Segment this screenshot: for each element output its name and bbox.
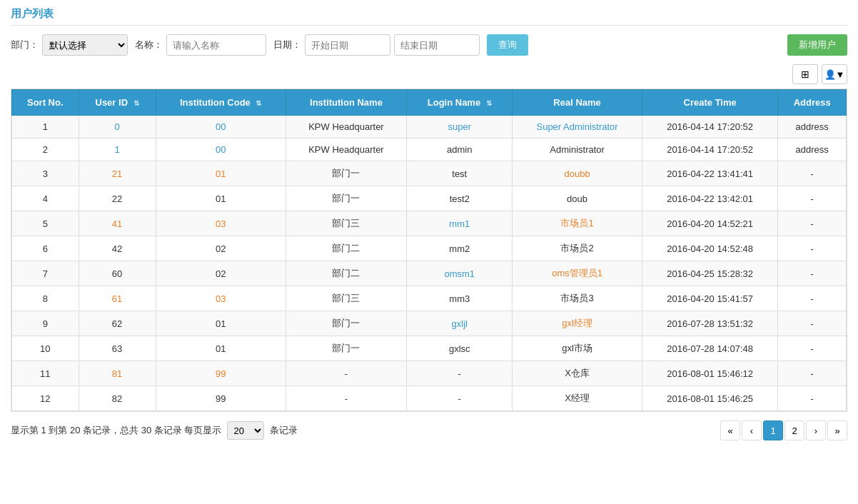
cell-login-name: test [407,161,513,186]
table-row: 6 42 02 部门二 mm2 市场员2 2016-04-20 14:52:48… [12,236,847,261]
col-address: Address [778,90,847,116]
start-date-input[interactable] [305,34,390,56]
cell-address: address [778,138,847,161]
cell-address: - [778,186,847,211]
table-row: 8 61 03 部门三 mm3 市场员3 2016-04-20 15:41:57… [12,286,847,311]
cell-real-name: gxl经理 [513,311,642,336]
cell-real-name: Super Administrator [513,116,642,138]
cell-create-time: 2016-04-22 13:42:01 [642,186,778,211]
cell-real-name: gxl市场 [513,336,642,361]
table-row: 10 63 01 部门一 gxlsc gxl市场 2016-07-28 14:0… [12,336,847,361]
col-login-name[interactable]: Login Name ⇅ [407,90,513,116]
cell-address: - [778,336,847,361]
table-row: 12 82 99 - - X经理 2016-08-01 15:46:25 - [12,386,847,411]
page-next-button[interactable]: › [806,420,826,440]
cell-address: - [778,211,847,236]
cell-create-time: 2016-04-20 14:52:48 [642,236,778,261]
cell-institution-code: 99 [156,386,286,411]
cell-institution-name: 部门一 [286,311,407,336]
cell-login-name: - [407,361,513,386]
page-first-button[interactable]: « [720,420,740,440]
cell-institution-code: 03 [156,211,286,236]
grid-view-button[interactable]: ⊞ [792,64,818,84]
table-container: Sort No. User ID ⇅ Institution Code ⇅ In… [11,89,847,412]
cell-user-id: 62 [79,311,156,336]
cell-user-id: 22 [79,186,156,211]
grid-icon: ⊞ [801,69,809,80]
cell-sort-no: 8 [12,286,79,311]
user-table: Sort No. User ID ⇅ Institution Code ⇅ In… [11,89,847,411]
cell-institution-code: 02 [156,236,286,261]
cell-institution-name: KPW Headquarter [286,116,407,138]
cell-real-name: X仓库 [513,361,642,386]
date-label: 日期： [273,39,301,51]
col-institution-code[interactable]: Institution Code ⇅ [156,90,286,116]
cell-user-id: 41 [79,211,156,236]
cell-institution-name: 部门一 [286,161,407,186]
col-sort-no: Sort No. [12,90,79,116]
cell-user-id: 81 [79,361,156,386]
page-2-button[interactable]: 2 [784,420,804,440]
page-size-select[interactable]: 20 50 100 [227,421,264,440]
pagination: « ‹ 1 2 › » [720,420,847,440]
table-actions: ⊞ 👤▼ [11,64,847,84]
cell-address: - [778,286,847,311]
cell-create-time: 2016-04-22 13:41:41 [642,161,778,186]
footer-info-text: 显示第 1 到第 20 条记录，总共 30 条记录 每页显示 [11,424,221,437]
cell-address: - [778,386,847,411]
table-row: 1 0 00 KPW Headquarter super Super Admin… [12,116,847,138]
cell-sort-no: 4 [12,186,79,211]
cell-institution-code: 00 [156,138,286,161]
cell-address: - [778,161,847,186]
cell-institution-name: 部门二 [286,261,407,286]
cell-institution-code: 99 [156,361,286,386]
user-action-button[interactable]: 👤▼ [822,64,847,84]
toolbar: 部门： 默认选择 名称： 日期： 查询 新增用户 [11,34,847,56]
cell-institution-code: 03 [156,286,286,311]
cell-user-id: 0 [79,116,156,138]
col-institution-name: Institution Name [286,90,407,116]
end-date-input[interactable] [394,34,480,56]
cell-real-name: doub [513,186,642,211]
cell-real-name: X经理 [513,386,642,411]
page-last-button[interactable]: » [827,420,847,440]
cell-address: - [778,236,847,261]
name-input[interactable] [166,34,266,56]
cell-address: - [778,311,847,336]
cell-real-name: oms管理员1 [513,261,642,286]
cell-real-name: 市场员3 [513,286,642,311]
cell-address: - [778,261,847,286]
cell-login-name: mm3 [407,286,513,311]
page-prev-button[interactable]: ‹ [742,420,762,440]
table-row: 7 60 02 部门二 omsm1 oms管理员1 2016-04-25 15:… [12,261,847,286]
cell-create-time: 2016-08-01 15:46:25 [642,386,778,411]
cell-login-name: gxljl [407,311,513,336]
cell-real-name: Administrator [513,138,642,161]
page-1-button[interactable]: 1 [763,420,783,440]
col-create-time: Create Time [642,90,778,116]
col-user-id[interactable]: User ID ⇅ [79,90,156,116]
date-group: 日期： [273,34,480,56]
cell-sort-no: 1 [12,116,79,138]
sort-icon-login: ⇅ [486,99,492,107]
cell-address: - [778,361,847,386]
cell-login-name: test2 [407,186,513,211]
cell-institution-name: - [286,361,407,386]
dept-group: 部门： 默认选择 [11,34,128,56]
table-header-row: Sort No. User ID ⇅ Institution Code ⇅ In… [12,90,847,116]
cell-login-name: omsm1 [407,261,513,286]
footer-info: 显示第 1 到第 20 条记录，总共 30 条记录 每页显示 20 50 100… [11,421,298,440]
cell-create-time: 2016-04-20 14:52:21 [642,211,778,236]
add-user-button[interactable]: 新增用户 [787,34,847,56]
cell-sort-no: 6 [12,236,79,261]
query-button[interactable]: 查询 [487,34,528,56]
cell-user-id: 60 [79,261,156,286]
cell-login-name: - [407,386,513,411]
cell-institution-code: 02 [156,261,286,286]
cell-institution-name: 部门一 [286,186,407,211]
table-row: 11 81 99 - - X仓库 2016-08-01 15:46:12 - [12,361,847,386]
cell-create-time: 2016-04-14 17:20:52 [642,116,778,138]
dept-select[interactable]: 默认选择 [42,34,128,56]
table-row: 4 22 01 部门一 test2 doub 2016-04-22 13:42:… [12,186,847,211]
cell-institution-code: 01 [156,186,286,211]
